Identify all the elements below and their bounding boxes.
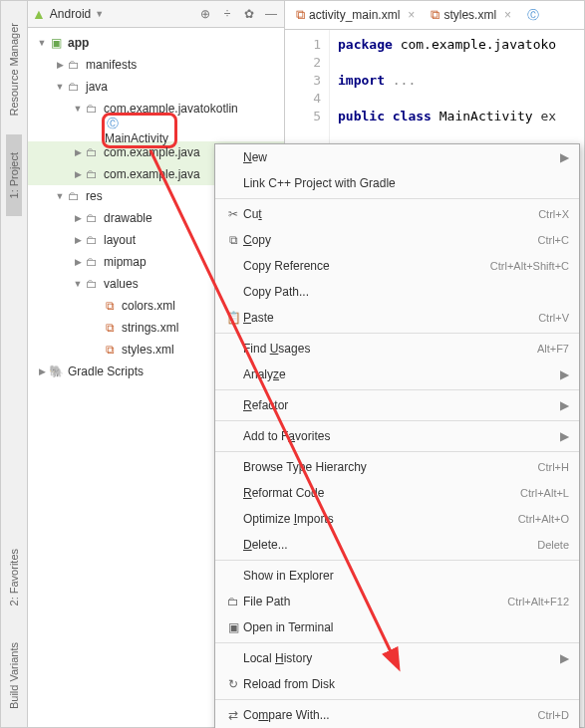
close-icon[interactable]: × (404, 8, 415, 22)
menu-local-history[interactable]: Local History▶ (215, 645, 579, 671)
menu-reload-disk[interactable]: ↻Reload from Disk (215, 671, 579, 697)
submenu-arrow-icon: ▶ (544, 150, 569, 164)
menu-copy[interactable]: ⧉CopyCtrl+C (215, 227, 579, 253)
terminal-icon: ▣ (223, 620, 243, 634)
menu-analyze[interactable]: Analyze▶ (215, 362, 579, 387)
folder-icon: 🗀 (84, 232, 100, 248)
xml-icon: ⧉ (102, 342, 118, 358)
project-pane-header: ▲ Android ▼ ⊕ ÷ ✿ — (28, 1, 284, 28)
compare-icon: ⇄ (223, 708, 243, 722)
menu-refactor[interactable]: Refactor▶ (215, 392, 579, 418)
menu-link-cpp[interactable]: Link C++ Project with Gradle (215, 170, 579, 196)
package-icon: 🗀 (84, 144, 100, 160)
menu-reformat[interactable]: Reformat CodeCtrl+Alt+L (215, 480, 579, 506)
context-menu: New▶ Link C++ Project with Gradle ✂CutCt… (214, 143, 580, 728)
cut-icon: ✂ (223, 207, 243, 221)
folder-icon: 🗀 (66, 79, 82, 95)
target-icon[interactable]: ⊕ (196, 5, 214, 23)
submenu-arrow-icon: ▶ (544, 429, 569, 443)
menu-compare-with[interactable]: ⇄Compare With...Ctrl+D (215, 702, 579, 728)
menu-file-path[interactable]: 🗀File PathCtrl+Alt+F12 (215, 589, 579, 614)
xml-icon: ⧉ (102, 298, 118, 314)
tab-activity-main[interactable]: ⧉activity_main.xml× (289, 4, 422, 26)
android-icon: ▲ (32, 6, 46, 22)
view-mode-dropdown[interactable]: ▲ Android ▼ (32, 6, 104, 22)
xml-icon: ⧉ (296, 7, 305, 23)
minimize-icon[interactable]: — (262, 5, 280, 23)
project-tab[interactable]: 1: Project (6, 134, 22, 216)
menu-browse-hierarchy[interactable]: Browse Type HierarchyCtrl+H (215, 454, 579, 480)
gradle-icon: 🐘 (48, 364, 64, 379)
menu-new[interactable]: New▶ (215, 144, 579, 170)
left-sidebar: Resource Manager 1: Project 2: Favorites… (1, 1, 28, 727)
class-icon: Ⓒ (527, 7, 539, 24)
tree-java[interactable]: ▼🗀java (28, 76, 284, 98)
submenu-arrow-icon: ▶ (544, 398, 569, 412)
submenu-arrow-icon: ▶ (544, 367, 569, 381)
view-mode-label: Android (50, 7, 91, 21)
menu-cut[interactable]: ✂CutCtrl+X (215, 201, 579, 227)
menu-delete[interactable]: Delete...Delete (215, 532, 579, 558)
tab-overflow[interactable]: Ⓒ (520, 4, 546, 27)
folder-icon: 🗀 (84, 210, 100, 226)
menu-copy-path[interactable]: Copy Path... (215, 279, 579, 305)
copy-icon: ⧉ (223, 233, 243, 247)
resource-manager-tab[interactable]: Resource Manager (6, 5, 22, 134)
menu-show-explorer[interactable]: Show in Explorer (215, 563, 579, 589)
settings-icon[interactable]: ✿ (240, 5, 258, 23)
module-icon: ▣ (48, 35, 64, 51)
collapse-icon[interactable]: ÷ (218, 5, 236, 23)
folder-icon: 🗀 (66, 57, 82, 73)
folder-icon: 🗀 (84, 276, 100, 292)
reload-icon: ↻ (223, 677, 243, 691)
tree-manifests[interactable]: ▶🗀manifests (28, 54, 284, 76)
menu-open-terminal[interactable]: ▣Open in Terminal (215, 614, 579, 640)
paste-icon: 📋 (223, 311, 243, 325)
chevron-down-icon: ▼ (95, 9, 104, 19)
submenu-arrow-icon: ▶ (544, 651, 569, 665)
package-icon: 🗀 (84, 101, 100, 117)
menu-optimize-imports[interactable]: Optimize ImportsCtrl+Alt+O (215, 506, 579, 532)
tree-app[interactable]: ▼▣app (28, 32, 284, 54)
menu-add-favorites[interactable]: Add to Favorites▶ (215, 423, 579, 449)
tree-mainactivity[interactable]: ⒸMainActivity (28, 120, 284, 141)
menu-find-usages[interactable]: Find UsagesAlt+F7 (215, 336, 579, 362)
folder-icon: 🗀 (84, 254, 100, 270)
menu-paste[interactable]: 📋PasteCtrl+V (215, 305, 579, 331)
folder-icon: 🗀 (66, 188, 82, 204)
package-icon: 🗀 (84, 166, 100, 182)
favorites-tab[interactable]: 2: Favorites (6, 531, 22, 623)
tab-styles[interactable]: ⧉styles.xml× (424, 4, 518, 26)
build-variants-tab[interactable]: Build Variants (6, 624, 22, 727)
close-icon[interactable]: × (500, 8, 511, 22)
menu-copy-reference[interactable]: Copy ReferenceCtrl+Alt+Shift+C (215, 253, 579, 279)
folder-icon: 🗀 (223, 595, 243, 608)
editor-tabs: ⧉activity_main.xml× ⧉styles.xml× Ⓒ (285, 1, 584, 30)
xml-icon: ⧉ (431, 7, 439, 23)
xml-icon: ⧉ (102, 320, 118, 336)
class-icon: Ⓒ (105, 116, 121, 131)
